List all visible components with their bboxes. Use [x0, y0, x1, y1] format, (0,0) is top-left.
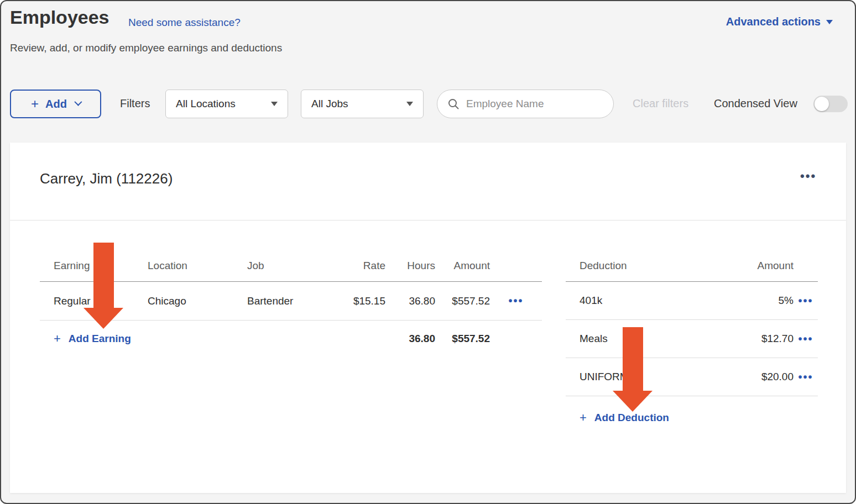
deduction-row: 401k 5% •••	[566, 282, 818, 320]
earning-amount: $557.52	[435, 295, 490, 307]
card-divider	[10, 220, 846, 221]
page-title: Employees	[10, 7, 109, 28]
earnings-header-hours: Hours	[385, 260, 435, 272]
search-icon	[447, 98, 460, 110]
arrow-stem	[623, 327, 643, 391]
plus-icon: +	[31, 97, 39, 111]
locations-dropdown-value: All Locations	[176, 98, 236, 110]
condensed-view-toggle[interactable]	[813, 96, 848, 112]
deduction-more-options-icon[interactable]: •••	[794, 295, 818, 307]
deduction-row: UNIFORM $20.00 •••	[566, 358, 818, 396]
earnings-header-amount: Amount	[435, 260, 490, 272]
deduction-amount: 5%	[715, 295, 794, 307]
earning-hours: 36.80	[385, 295, 435, 307]
chevron-down-icon	[74, 98, 82, 106]
earnings-total-hours: 36.80	[385, 333, 435, 345]
annotation-arrow-add-earning	[83, 243, 123, 329]
employee-search[interactable]	[437, 90, 614, 118]
advanced-actions-button[interactable]: Advanced actions	[726, 15, 833, 28]
earnings-total-amount: $557.52	[435, 333, 490, 345]
add-deduction-label: Add Deduction	[594, 412, 669, 424]
deductions-table: Deduction Amount 401k 5% ••• Meals $12.7…	[566, 250, 818, 439]
deductions-footer-row: + Add Deduction	[566, 396, 818, 439]
earning-location: Chicago	[148, 295, 247, 307]
earning-rate: $15.15	[336, 295, 385, 307]
toggle-knob	[815, 97, 829, 111]
earnings-header-rate: Rate	[336, 260, 385, 272]
advanced-actions-label: Advanced actions	[726, 15, 821, 28]
earnings-header-location: Location	[148, 260, 247, 272]
arrow-stem	[93, 243, 114, 308]
deduction-more-options-icon[interactable]: •••	[794, 371, 818, 384]
annotation-arrow-add-deduction	[613, 327, 653, 412]
deduction-row: Meals $12.70 •••	[566, 320, 818, 358]
earning-more-options-icon[interactable]: •••	[490, 295, 542, 307]
page-subtitle: Review, add, or modify employee earnings…	[10, 42, 282, 54]
jobs-dropdown-value: All Jobs	[311, 98, 348, 110]
add-earning-label: Add Earning	[69, 333, 131, 345]
add-button-label: Add	[45, 98, 67, 111]
deductions-header-amount: Amount	[715, 260, 794, 272]
condensed-view-label: Condensed View	[714, 97, 797, 110]
chevron-down-icon	[826, 20, 833, 24]
deduction-amount: $12.70	[715, 333, 794, 345]
deductions-header-name: Deduction	[566, 260, 715, 272]
deductions-header-row: Deduction Amount	[566, 250, 818, 282]
add-button[interactable]: + Add	[10, 90, 101, 118]
arrow-head	[613, 391, 653, 412]
arrow-head	[83, 308, 123, 329]
employee-more-options-icon[interactable]: •••	[800, 169, 816, 183]
employee-name: Carrey, Jim (112226)	[40, 170, 173, 187]
clear-filters-button[interactable]: Clear filters	[633, 97, 688, 110]
chevron-down-icon	[406, 102, 413, 106]
filters-label: Filters	[120, 97, 150, 110]
deduction-more-options-icon[interactable]: •••	[794, 333, 818, 345]
deduction-name: 401k	[566, 295, 715, 307]
assistance-link[interactable]: Need some assistance?	[128, 17, 241, 29]
add-deduction-link[interactable]: + Add Deduction	[580, 411, 818, 425]
jobs-dropdown[interactable]: All Jobs	[301, 90, 424, 118]
plus-icon: +	[580, 411, 587, 425]
app-window: Employees Need some assistance? Advanced…	[0, 0, 856, 504]
deduction-amount: $20.00	[715, 371, 794, 383]
chevron-down-icon	[271, 102, 278, 106]
locations-dropdown[interactable]: All Locations	[165, 90, 288, 118]
earnings-header-job: Job	[247, 260, 336, 272]
plus-icon: +	[54, 332, 61, 346]
employee-search-input[interactable]	[466, 98, 603, 110]
earning-job: Bartender	[247, 295, 336, 307]
add-earning-link[interactable]: + Add Earning	[54, 332, 385, 346]
